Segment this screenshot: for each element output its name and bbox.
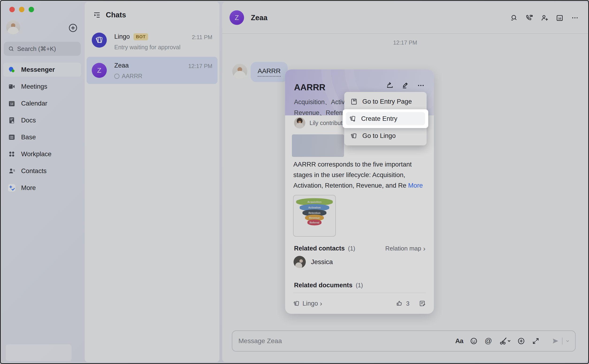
lingo-bot-avatar	[92, 32, 107, 48]
contributor-avatar	[294, 117, 305, 129]
thumbs-up-icon[interactable]	[396, 300, 403, 307]
menu-item-create-entry[interactable]: Create Entry	[346, 112, 425, 125]
menu-item-label: Go to Entry Page	[362, 98, 412, 105]
avatar-letter: Z	[97, 66, 101, 74]
contact-name: Jessica	[311, 258, 333, 266]
table-icon	[8, 133, 15, 141]
conversation-title: Zeaa	[251, 14, 268, 22]
divider	[293, 293, 426, 293]
send-options-chevron-icon[interactable]	[565, 339, 570, 343]
menu-item-label: Create Entry	[361, 115, 397, 123]
document-link-label: Lingo	[302, 300, 318, 307]
message-sender-avatar[interactable]	[232, 64, 247, 79]
app-window: Messenger Meetings 10 Calendar Docs	[0, 0, 589, 364]
more-apps-icon	[8, 184, 15, 192]
card-more-icon[interactable]	[417, 82, 425, 89]
edit-icon[interactable]	[401, 82, 409, 89]
share-icon[interactable]	[386, 82, 394, 89]
thread-status-icon	[114, 74, 119, 79]
entry-page-icon	[350, 98, 358, 105]
description-line: stages in the user lifecycle: Acquisitio…	[293, 169, 429, 180]
note-edit-icon[interactable]	[419, 300, 426, 307]
workplace-grid-icon	[8, 150, 15, 158]
menu-item-label: Go to Lingo	[362, 132, 396, 140]
video-call-icon[interactable]	[525, 14, 533, 22]
aarrr-funnel-image[interactable]: Acquisition Activation Retention Revenue…	[293, 195, 336, 237]
sidebar-item-calendar[interactable]: 10 Calendar	[3, 96, 81, 110]
attach-plus-icon[interactable]	[517, 337, 525, 345]
chat-list-panel: Chats Lingo BOT 2:11 PM Entry waiting fo…	[85, 2, 219, 362]
text-format-icon[interactable]: Aa	[456, 337, 463, 345]
search-input[interactable]	[17, 45, 77, 52]
like-count: 3	[406, 300, 410, 307]
message-input[interactable]	[238, 337, 445, 345]
related-documents-title: Related documents	[294, 282, 353, 289]
add-button[interactable]	[68, 23, 78, 32]
sidebar-item-more[interactable]: More	[3, 181, 81, 195]
add-member-icon[interactable]	[541, 14, 548, 22]
expand-composer-icon[interactable]	[532, 337, 539, 345]
sidebar-item-meetings[interactable]: Meetings	[3, 79, 81, 94]
document-icon	[8, 117, 15, 124]
svg-text:10: 10	[10, 103, 13, 106]
more-link[interactable]: More	[408, 182, 423, 189]
sidebar-item-label: Messenger	[21, 66, 55, 73]
collapse-list-icon[interactable]	[93, 11, 101, 19]
chat-name: Lingo	[114, 33, 130, 40]
chat-time: 12:17 PM	[188, 63, 212, 69]
menu-item-go-to-lingo[interactable]: Go to Lingo	[344, 129, 427, 143]
search-bar[interactable]	[4, 42, 81, 56]
chat-time: 2:11 PM	[192, 34, 212, 41]
search-icon	[8, 46, 14, 52]
sidebar-item-label: Base	[21, 133, 36, 141]
sidebar-item-docs[interactable]: Docs	[3, 113, 81, 127]
mention-icon[interactable]: @	[484, 337, 492, 345]
close-window-button[interactable]	[9, 7, 15, 12]
chat-item-lingo[interactable]: Lingo BOT 2:11 PM Entry waiting for appr…	[87, 30, 217, 56]
sidebar-item-base[interactable]: Base	[3, 130, 81, 144]
related-contact-row[interactable]: Jessica	[294, 256, 333, 268]
related-contacts-count: (1)	[348, 245, 355, 252]
description-line: AARRR corresponds to the five important	[293, 159, 429, 169]
emoji-icon[interactable]	[470, 337, 478, 345]
sidebar-item-label: Contacts	[21, 167, 47, 175]
create-entry-icon	[349, 115, 356, 123]
lingo-cards-icon	[293, 300, 300, 307]
window-controls	[9, 7, 34, 12]
conversation-panel: Z Zeaa 10 12:17 PM AARRR	[222, 2, 588, 362]
sidebar-item-messenger[interactable]: Messenger	[3, 63, 81, 77]
plus-icon	[68, 23, 78, 32]
more-options-icon[interactable]	[571, 14, 579, 22]
send-icon[interactable]	[552, 337, 559, 345]
relation-map-link[interactable]: Relation map›	[385, 245, 425, 252]
sidebar-item-contacts[interactable]: Contacts	[3, 164, 81, 178]
message-composer[interactable]: Aa @	[232, 331, 576, 351]
related-document-row[interactable]: Lingo › 3	[293, 298, 426, 309]
messenger-icon	[8, 66, 15, 73]
card-description: AARRR corresponds to the five important …	[293, 159, 429, 191]
user-avatar[interactable]	[6, 20, 20, 34]
contact-avatar	[294, 256, 306, 268]
sidebar-item-label: More	[21, 184, 36, 192]
avatar-letter: Z	[235, 14, 239, 22]
search-in-chat-icon[interactable]	[510, 14, 518, 22]
lingo-term-text[interactable]: AARRR	[258, 67, 281, 77]
conversation-avatar[interactable]: Z	[229, 10, 244, 25]
sidebar-item-label: Calendar	[21, 100, 47, 107]
related-contacts-title: Related contacts	[294, 245, 345, 252]
screenshot-icon[interactable]	[499, 337, 510, 345]
message-bubble[interactable]: AARRR	[251, 62, 288, 82]
lingo-cards-icon	[95, 36, 104, 45]
sidebar-item-label: Meetings	[21, 83, 47, 90]
chat-list-title: Chats	[106, 11, 126, 19]
chat-item-zeaa[interactable]: Z Zeaa 12:17 PM AARRR	[87, 57, 217, 84]
menu-item-go-to-entry-page[interactable]: Go to Entry Page	[344, 94, 427, 109]
timestamp-divider: 12:17 PM	[222, 39, 588, 46]
chat-preview: Entry waiting for approval	[114, 44, 180, 51]
zoom-window-button[interactable]	[29, 7, 34, 12]
calendar-event-icon[interactable]: 10	[556, 14, 563, 22]
loading-image-placeholder	[292, 134, 344, 157]
sidebar: Messenger Meetings 10 Calendar Docs	[0, 0, 85, 364]
minimize-window-button[interactable]	[19, 7, 24, 12]
sidebar-item-workplace[interactable]: Workplace	[3, 147, 81, 161]
